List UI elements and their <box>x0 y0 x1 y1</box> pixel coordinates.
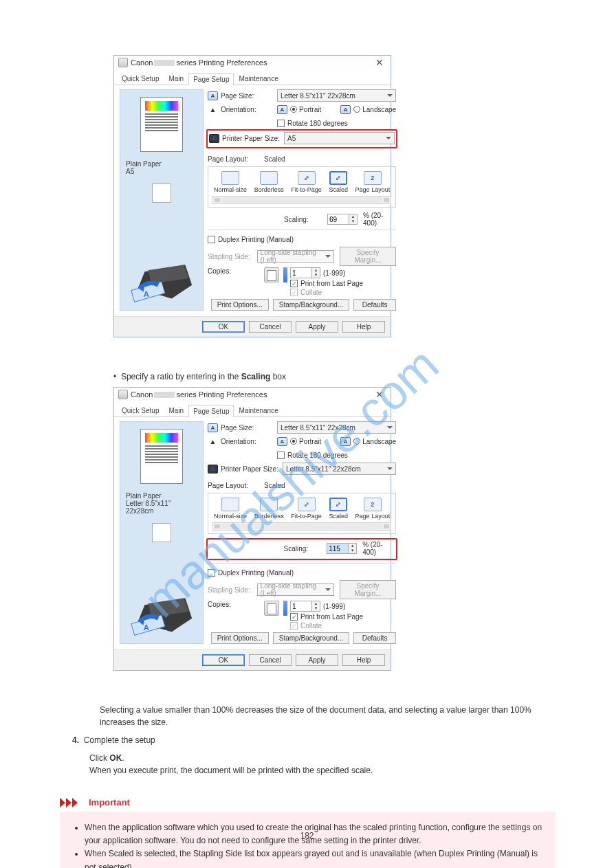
layout-normal[interactable]: Normal-size <box>214 498 247 520</box>
printer-paper-label: Printer Paper Size: <box>221 465 280 473</box>
important-bullet-2: When Scaled is selected, the Stapling Si… <box>85 847 543 868</box>
scaling-range: % (20-400) <box>362 541 395 556</box>
print-last-check[interactable]: ✓Print from Last Page <box>290 613 363 621</box>
printer-paper-select[interactable]: A5 <box>284 132 395 144</box>
specify-margin-button: Specify Margin... <box>340 580 397 599</box>
printer-paper-icon: 🖶 <box>208 465 218 474</box>
portrait-radio[interactable]: Portrait <box>290 106 321 113</box>
layout-pagelayout[interactable]: 2Page Layout <box>355 498 391 520</box>
scaling-input[interactable]: ▲▼ <box>327 214 358 225</box>
title-prefix: Canon <box>131 390 153 399</box>
stapling-label: Stapling Side: <box>208 253 254 260</box>
layout-pagelayout[interactable]: 2Page Layout <box>355 171 391 193</box>
layout-borderless[interactable]: Borderless <box>254 498 284 520</box>
landscape-radio[interactable]: Landscape <box>353 106 396 113</box>
cassette-icon <box>152 183 171 203</box>
tab-quick-setup[interactable]: Quick Setup <box>117 404 164 416</box>
step4-body: Click OK. When you execute print, the do… <box>89 752 556 777</box>
page-layout-label: Page Layout: <box>208 482 261 489</box>
page-size-select[interactable]: Letter 8.5"x11" 22x28cm <box>277 89 396 102</box>
defaults-button[interactable]: Defaults <box>353 299 396 311</box>
portrait-icon: A <box>277 437 287 446</box>
print-last-check[interactable]: ✓Print from Last Page <box>290 280 363 287</box>
layout-fit[interactable]: ⤢Fit-to-Page <box>291 498 322 520</box>
model-mask <box>154 60 175 66</box>
tab-page-setup[interactable]: Page Setup <box>188 405 234 417</box>
layout-scrollbar[interactable] <box>212 522 391 531</box>
landscape-icon: A <box>340 437 351 446</box>
help-button[interactable]: Help <box>342 654 385 666</box>
rotate180-check[interactable]: Rotate 180 degrees <box>277 452 348 459</box>
stapling-select: Long-side stapling (Left) <box>257 250 334 263</box>
titlebar: Canon series Printing Preferences ✕ <box>114 388 391 401</box>
printer-paper-size-highlight: 🖶 Printer Paper Size: A5 <box>206 129 397 148</box>
print-prefs-dialog-1: Canon series Printing Preferences ✕ Quic… <box>113 55 391 337</box>
tab-quick-setup[interactable]: Quick Setup <box>117 72 164 85</box>
portrait-radio[interactable]: Portrait <box>290 438 321 445</box>
defaults-button[interactable]: Defaults <box>353 632 396 644</box>
preview-pane: Plain Paper Letter 8.5"x11" 22x28cm A <box>120 421 204 644</box>
layout-scaled[interactable]: ⤢Scaled <box>329 498 348 520</box>
cassette-icon <box>152 523 171 542</box>
tab-main[interactable]: Main <box>164 404 188 416</box>
scaling-label: Scaling: <box>284 545 309 553</box>
layout-fit[interactable]: ⤢Fit-to-Page <box>291 171 322 193</box>
print-options-button[interactable]: Print Options... <box>211 299 269 311</box>
landscape-radio[interactable]: Landscape <box>353 438 396 445</box>
layout-normal[interactable]: Normal-size <box>214 171 247 193</box>
scaling-input[interactable]: ▲▼ <box>327 543 357 554</box>
ok-button[interactable]: OK <box>202 654 245 666</box>
help-button[interactable]: Help <box>342 321 385 333</box>
page-layout-label: Page Layout: <box>208 155 261 163</box>
page-size-label: Page Size: <box>221 92 274 100</box>
copies-range: (1-999) <box>323 603 345 610</box>
layout-borderless[interactable]: Borderless <box>254 171 284 193</box>
between-text: • Specify a ratio by entering in the Sca… <box>113 370 556 383</box>
apply-button[interactable]: Apply <box>296 321 338 333</box>
apply-button[interactable]: Apply <box>296 654 338 666</box>
print-options-button[interactable]: Print Options... <box>211 632 269 644</box>
specify-margin-button: Specify Margin... <box>340 247 397 266</box>
tab-maintenance[interactable]: Maintenance <box>234 72 283 85</box>
page-size-select[interactable]: Letter 8.5"x11" 22x28cm <box>277 421 396 434</box>
tab-maintenance[interactable]: Maintenance <box>234 404 283 416</box>
page-layout-value: Scaled <box>264 482 285 489</box>
stamp-button[interactable]: Stamp/Background... <box>273 299 349 311</box>
tab-page-setup[interactable]: Page Setup <box>188 73 234 85</box>
media-type: Plain Paper <box>126 492 197 500</box>
important-header: Important <box>60 797 556 808</box>
portrait-icon: A <box>277 105 287 114</box>
tabs: Quick Setup Main Page Setup Maintenance <box>114 69 391 85</box>
layout-list: Normal-size Borderless ⤢Fit-to-Page ⤢Sca… <box>208 493 396 534</box>
copies-icon <box>264 601 279 616</box>
after-text-1: Selecting a value smaller than 100% decr… <box>100 704 556 728</box>
title-suffix: series Printing Preferences <box>176 390 267 399</box>
copies-strip-icon <box>283 601 287 616</box>
printer-art: A <box>120 244 203 310</box>
title-suffix: series Printing Preferences <box>176 58 267 67</box>
printer-icon <box>118 390 128 399</box>
tab-main[interactable]: Main <box>164 72 188 85</box>
landscape-icon: A <box>340 105 351 114</box>
rotate180-check[interactable]: Rotate 180 degrees <box>277 120 348 127</box>
close-icon[interactable]: ✕ <box>373 57 386 68</box>
page-size-icon: A <box>208 423 218 432</box>
collate-check: ✓Collate <box>290 622 363 630</box>
copies-range: (1-999) <box>323 269 345 277</box>
stamp-button[interactable]: Stamp/Background... <box>273 632 349 644</box>
copies-input[interactable]: ▲▼ <box>290 267 320 278</box>
printer-paper-select[interactable]: Letter 8.5"x11" 22x28cm <box>283 463 396 475</box>
cancel-button[interactable]: Cancel <box>249 654 292 666</box>
media-size: A5 <box>126 168 197 175</box>
layout-scrollbar[interactable] <box>212 196 391 204</box>
close-icon[interactable]: ✕ <box>373 389 386 400</box>
scaling-range: % (20-400) <box>363 212 396 227</box>
cancel-button[interactable]: Cancel <box>249 321 292 333</box>
step4: 4. Complete the setup <box>72 734 556 746</box>
ok-button[interactable]: OK <box>202 321 245 333</box>
duplex-check[interactable]: Duplex Printing (Manual) <box>208 569 294 577</box>
layout-scaled[interactable]: ⤢Scaled <box>329 171 348 193</box>
duplex-check[interactable]: Duplex Printing (Manual) <box>208 236 294 243</box>
copies-input[interactable]: ▲▼ <box>290 601 320 612</box>
titlebar: Canon series Printing Preferences ✕ <box>114 56 391 69</box>
